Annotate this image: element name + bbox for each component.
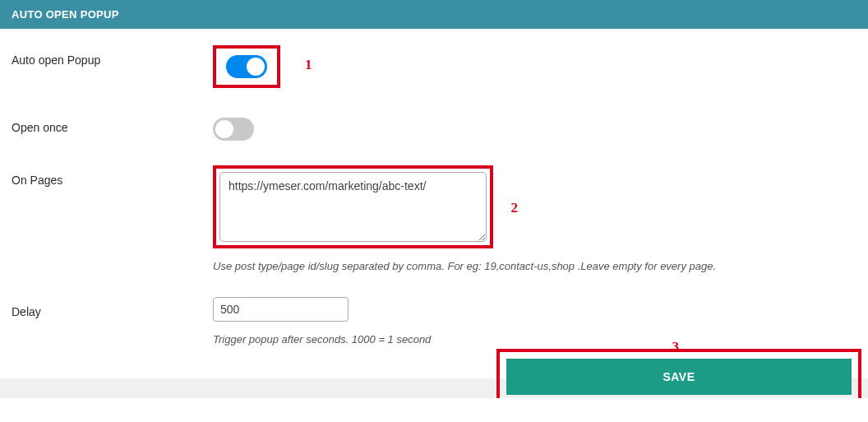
field-auto-open: 1: [213, 45, 856, 88]
save-button[interactable]: SAVE: [506, 359, 852, 395]
label-delay: Delay: [12, 297, 213, 318]
highlight-1: [213, 45, 280, 88]
label-auto-open: Auto open Popup: [12, 45, 213, 67]
field-open-once: [213, 113, 856, 141]
hint-on-pages: Use post type/page id/slug separated by …: [213, 260, 856, 272]
toggle-open-once[interactable]: [213, 118, 254, 141]
panel-title: AUTO OPEN POPUP: [12, 8, 119, 21]
footer-bar: 3 SAVE: [0, 378, 868, 398]
on-pages-textarea[interactable]: [219, 172, 487, 242]
toggle-knob: [247, 58, 265, 76]
field-delay: Trigger popup after seconds. 1000 = 1 se…: [213, 297, 856, 345]
panel-body: Auto open Popup 1 Open once On Pages: [0, 29, 868, 345]
highlight-2: [213, 165, 493, 248]
label-open-once: Open once: [12, 113, 213, 134]
panel-header: AUTO OPEN POPUP: [0, 0, 868, 29]
toggle-auto-open[interactable]: [226, 55, 267, 78]
row-delay: Delay Trigger popup after seconds. 1000 …: [12, 297, 856, 345]
hint-delay: Trigger popup after seconds. 1000 = 1 se…: [213, 333, 856, 345]
delay-input[interactable]: [213, 297, 349, 322]
label-on-pages: On Pages: [12, 165, 213, 187]
annotation-2: 2: [511, 200, 519, 216]
toggle-knob: [215, 120, 233, 138]
field-on-pages: 2 Use post type/page id/slug separated b…: [213, 165, 856, 272]
row-on-pages: On Pages 2 Use post type/page id/slug se…: [12, 165, 856, 272]
row-open-once: Open once: [12, 113, 856, 141]
row-auto-open: Auto open Popup 1: [12, 45, 856, 88]
annotation-1: 1: [305, 57, 312, 73]
highlight-3: SAVE: [496, 349, 861, 398]
